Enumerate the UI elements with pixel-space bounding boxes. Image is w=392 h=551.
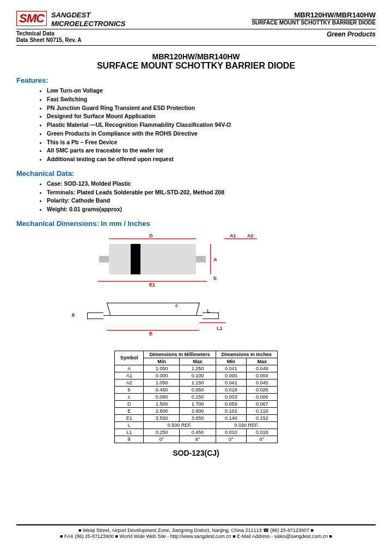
th-min: Min: [144, 358, 180, 365]
lead-left-icon: [99, 256, 109, 262]
cell: 0°: [144, 436, 180, 443]
lead-right-icon: [196, 256, 206, 262]
cell: L1: [114, 428, 144, 436]
th-max: Max: [180, 358, 216, 365]
cell: 0.018: [216, 386, 247, 393]
header-right: MBR120HW/MBR140HW SURFACE MOUNT SCHOTTKY…: [252, 11, 376, 28]
mech-data-item: Weight: 0.01 grams(approx): [47, 205, 376, 214]
feature-item: All SMC parts are traceable to the wafer…: [47, 146, 376, 155]
dim-label-e1: E1: [149, 282, 155, 287]
cell: 0.102: [216, 407, 247, 414]
table-row: E2.6002.8000.1020.110: [114, 407, 277, 414]
cell: E: [114, 407, 144, 414]
cell: 3.550: [144, 414, 180, 421]
cell: 0.650: [180, 386, 216, 393]
table-row: E13.5503.8500.1400.152: [114, 414, 277, 421]
table-row: b0.4500.6500.0180.026: [114, 386, 277, 393]
table-row: A10.0000.1000.0000.004: [114, 372, 277, 379]
cathode-band-icon: [131, 244, 140, 274]
dim-label-theta: θ: [72, 313, 75, 318]
subheader: Technical Data Data Sheet N0715, Rev. A …: [16, 30, 376, 46]
dim-line-d: [109, 238, 196, 239]
cell: 1.050: [144, 365, 180, 372]
cell: 0.110: [247, 407, 278, 414]
table-row: L10.2500.4500.0100.018: [114, 428, 277, 436]
feature-item: PN Junction Guard Ring Transient and ESD…: [47, 104, 376, 113]
cell: 0.041: [216, 365, 247, 372]
th-symbol: Symbol: [114, 351, 144, 365]
cell: A1: [114, 372, 144, 379]
dimensions-table: Symbol Dimensions In Millimeters Dimensi…: [114, 351, 278, 443]
tech-data-line1: Technical Data: [16, 30, 82, 37]
company-logo: SMC: [16, 11, 47, 26]
dim-label-a2: A2: [247, 233, 254, 238]
dim-line-l1: [199, 322, 225, 323]
cell: 0.026: [247, 386, 278, 393]
mech-data-item: Polarity: Cathode Band: [47, 197, 376, 205]
feature-item: Additional testing can be offered upon r…: [47, 155, 376, 164]
table-row: A1.0501.2500.0410.049: [114, 365, 277, 372]
cell: 0.450: [180, 428, 216, 436]
cell: 1.700: [180, 400, 216, 407]
logo-block: SMC SANGDEST MICROELECTRONICS: [16, 11, 125, 28]
package-name: SOD-123(CJ): [16, 449, 376, 457]
cell: 1.500: [144, 400, 180, 407]
company-name: SANGDEST MICROELECTRONICS: [51, 11, 126, 28]
cell: 0.010: [216, 428, 247, 436]
dim-label-d: D: [149, 233, 153, 238]
feature-item: Fast Switching: [47, 95, 376, 104]
dim-line-a: [210, 244, 211, 274]
cell: 0.500 REF.: [144, 421, 216, 428]
footer: ■ Weiqi Street, Airport Development Zone…: [16, 524, 376, 540]
feature-item: Low Turn-on Voltage: [47, 87, 376, 95]
cell: 0°: [216, 436, 247, 443]
cell: c: [114, 393, 144, 400]
mechanical-dimensions-heading: Mechanical Dimensions: In mm / Inches: [16, 219, 376, 228]
cell: 0.100: [180, 372, 216, 379]
mech-data-item: Case: SOD-123, Molded Plastic: [47, 180, 376, 188]
cell: 0.004: [247, 372, 278, 379]
cell: 0.150: [180, 393, 216, 400]
header-product-type: SURFACE MOUNT SCHOTTKY BARRIER DIODE: [252, 20, 376, 26]
cell: 0.250: [144, 428, 180, 436]
dim-label-a1: A1: [230, 233, 236, 238]
dim-label-e: E: [149, 331, 152, 336]
cell: 8°: [247, 436, 278, 443]
cell: 0.006: [247, 393, 278, 400]
mechanical-data-list: Case: SOD-123, Molded Plastic Terminals:…: [47, 180, 376, 214]
dim-line-e1: [98, 281, 207, 281]
features-heading: Features:: [16, 76, 376, 84]
cell: 1.250: [180, 365, 216, 372]
footer-line2: ■ FAX (86) 25-87123900 ■ World Wide Web …: [16, 534, 376, 540]
table-row: c0.0800.1500.0030.006: [114, 393, 277, 400]
cell: b: [114, 386, 144, 393]
cell: 0.000: [216, 372, 247, 379]
th-min: Min: [216, 358, 247, 365]
cell: 0.049: [247, 365, 278, 372]
dim-line-a1a2: [224, 238, 257, 239]
sv-bottom: [103, 315, 203, 316]
device-body-icon: [109, 244, 196, 274]
cell: L: [114, 421, 144, 428]
feature-item: Plastic Material —UL Recognition Flammab…: [47, 121, 376, 130]
feature-item: This is a Pb − Free Device: [47, 138, 376, 147]
company-line2: MICROELECTRONICS: [51, 20, 126, 28]
cell: 0.000: [144, 372, 180, 379]
header-part-number: MBR120HW/MBR140HW: [252, 11, 376, 20]
header: SMC SANGDEST MICROELECTRONICS MBR120HW/M…: [16, 11, 376, 29]
cell: 1.050: [144, 379, 180, 386]
cell: 0.059: [216, 400, 247, 407]
feature-item: Green Products in Compliance with the RO…: [47, 130, 376, 138]
th-max: Max: [247, 358, 278, 365]
company-line1: SANGDEST: [51, 11, 126, 20]
cell: 0.003: [216, 393, 247, 400]
table-row: D1.5001.7000.0590.067: [114, 400, 277, 407]
mech-data-item: Terminals: Plated Leads Solderable per M…: [47, 188, 376, 197]
dim-label-a: A: [213, 257, 217, 262]
cell: 3.850: [180, 414, 216, 421]
th-in: Dimensions In Inches: [216, 351, 278, 358]
cell: 1.150: [180, 379, 216, 386]
cell: E1: [114, 414, 144, 421]
cell: 0.020 REF.: [216, 421, 278, 428]
sv-lead-r: [203, 313, 219, 319]
